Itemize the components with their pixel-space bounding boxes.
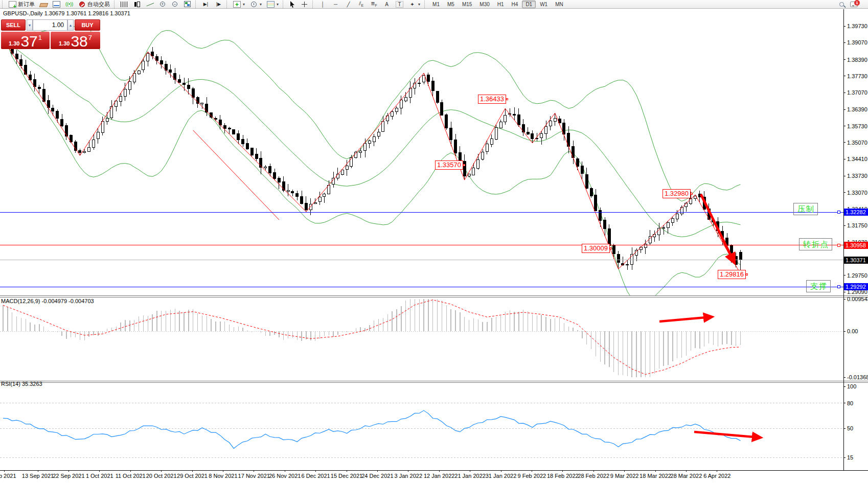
svg-text:15 Dec 2021: 15 Dec 2021 [331, 473, 362, 479]
rsi-line [3, 410, 741, 448]
buy-price-display[interactable]: 1.30 38 7 [51, 32, 100, 49]
svg-text:3 Jan 2022: 3 Jan 2022 [395, 473, 422, 479]
callout-anchor [691, 193, 693, 195]
sell-price-display[interactable]: 1.30 37 1 [1, 32, 50, 49]
svg-text:18 Feb 2022: 18 Feb 2022 [547, 473, 579, 479]
price-callout[interactable]: 1.30009 [582, 244, 610, 253]
symbol-info: GBPUSD-,Daily 1.30679 1.30761 1.29816 1.… [3, 10, 130, 16]
svg-text:1.29750: 1.29750 [847, 272, 867, 279]
svg-text:28 Feb 2022: 28 Feb 2022 [578, 473, 609, 479]
callout-anchor [463, 164, 465, 166]
svg-text:12 Jan 2022: 12 Jan 2022 [424, 473, 455, 479]
sell-price-sup: 1 [38, 34, 42, 41]
chevron-down-icon: ▼ [28, 24, 32, 27]
sell-price-prefix: 1.30 [9, 40, 19, 47]
svg-text:0.009543: 0.009543 [847, 296, 868, 302]
macd-signal-line [3, 300, 741, 375]
buy-price-big: 38 [71, 34, 87, 49]
callout-anchor [506, 98, 508, 100]
svg-text:1.30371: 1.30371 [846, 257, 866, 263]
svg-text:1.37730: 1.37730 [847, 73, 867, 79]
svg-text:21 Jan 2022: 21 Jan 2022 [454, 473, 486, 479]
turning-point-zone-label[interactable]: 转折点 [799, 238, 832, 250]
svg-text:1.36390: 1.36390 [847, 106, 867, 112]
svg-text:1.34410: 1.34410 [847, 156, 867, 162]
price-callout[interactable]: 1.32980 [663, 189, 691, 198]
rsi-pane-label: RSI(14) 35.3263 [1, 381, 42, 387]
indicator-levels [0, 331, 843, 457]
resistance-zone-label[interactable]: 压制 [793, 203, 818, 215]
svg-text:6 Apr 2022: 6 Apr 2022 [703, 473, 730, 479]
sell-price-big: 37 [20, 34, 37, 49]
svg-text:50: 50 [847, 425, 853, 431]
svg-text:28 Mar 2022: 28 Mar 2022 [671, 473, 702, 479]
svg-text:20 Oct 2021: 20 Oct 2021 [146, 473, 177, 479]
svg-text:1.38390: 1.38390 [847, 57, 867, 63]
svg-text:1.33070: 1.33070 [847, 190, 867, 196]
svg-text:24 Dec 2021: 24 Dec 2021 [361, 473, 393, 479]
price-callout[interactable]: 1.36433 [478, 95, 506, 104]
svg-text:Sep 2021: Sep 2021 [0, 473, 16, 479]
svg-text:0.00: 0.00 [847, 328, 858, 334]
candles [2, 38, 742, 274]
svg-text:13 Sep 2021: 13 Sep 2021 [22, 473, 54, 479]
svg-text:15: 15 [847, 454, 853, 461]
sell-button[interactable]: SELL [1, 19, 26, 31]
callout-anchor [746, 273, 748, 275]
volume-input[interactable]: 1.00 [33, 19, 67, 31]
svg-text:1.35070: 1.35070 [847, 140, 867, 146]
svg-text:1.29292: 1.29292 [846, 284, 866, 290]
svg-text:1.32282: 1.32282 [846, 209, 866, 215]
price-callout[interactable]: 1.29816 [718, 270, 746, 279]
svg-text:1 Oct 2021: 1 Oct 2021 [86, 473, 113, 479]
svg-text:1.35730: 1.35730 [847, 123, 867, 129]
buy-price-sup: 7 [88, 34, 92, 41]
svg-text:1.39070: 1.39070 [847, 39, 867, 45]
svg-text:9 Feb 2022: 9 Feb 2022 [518, 473, 546, 479]
chevron-up-icon: ▲ [69, 24, 73, 27]
svg-text:1.30958: 1.30958 [846, 242, 866, 248]
buy-price-prefix: 1.30 [59, 40, 70, 47]
svg-text:1.33730: 1.33730 [847, 173, 867, 179]
svg-text:29 Oct 2021: 29 Oct 2021 [177, 473, 208, 479]
chart-canvas[interactable]: 1.397301.390701.383901.377301.370701.363… [0, 0, 868, 483]
support-zone-label[interactable]: 支撑 [806, 280, 831, 292]
time-axis[interactable]: Sep 202113 Sep 202122 Sep 20211 Oct 2021… [0, 470, 730, 479]
svg-text:9 Mar 2022: 9 Mar 2022 [610, 473, 639, 479]
svg-text:8 Nov 2021: 8 Nov 2021 [209, 473, 237, 479]
macd-histogram [3, 299, 741, 377]
svg-text:1.39730: 1.39730 [847, 23, 867, 29]
mt4-window: 新订单 ((•)) 自动交易 + − ▶| |▶ ▾ ▾ ▾ │ ─ ╱ ⫽E … [0, 0, 868, 483]
buy-button[interactable]: BUY [75, 19, 100, 31]
volume-increase-button[interactable]: ▲ [67, 19, 74, 31]
svg-text:31 Jan 2022: 31 Jan 2022 [486, 473, 517, 479]
svg-text:6 Dec 2021: 6 Dec 2021 [301, 473, 330, 479]
svg-text:80: 80 [847, 400, 853, 406]
trend-arrows[interactable] [659, 194, 760, 438]
svg-text:-0.013684: -0.013684 [847, 374, 868, 380]
svg-text:100: 100 [847, 383, 856, 389]
volume-decrease-button[interactable]: ▼ [27, 19, 33, 31]
svg-text:17 Nov 2021: 17 Nov 2021 [238, 473, 270, 479]
price-axis[interactable]: 1.397301.390701.383901.377301.370701.363… [843, 23, 868, 461]
svg-text:18 Mar 2022: 18 Mar 2022 [639, 473, 671, 479]
svg-text:26 Nov 2021: 26 Nov 2021 [269, 473, 301, 479]
zigzag-line[interactable] [3, 39, 741, 274]
macd-pane-label: MACD(12,26,9) -0.004979 -0.004703 [1, 298, 94, 304]
price-callout[interactable]: 1.33570 [435, 160, 463, 170]
svg-text:11 Oct 2021: 11 Oct 2021 [116, 473, 146, 479]
svg-text:1.37070: 1.37070 [847, 89, 867, 96]
bollinger-bands [3, 26, 741, 305]
svg-text:1.31750: 1.31750 [847, 222, 867, 228]
svg-text:22 Sep 2021: 22 Sep 2021 [53, 473, 84, 479]
callout-anchor [610, 247, 612, 249]
